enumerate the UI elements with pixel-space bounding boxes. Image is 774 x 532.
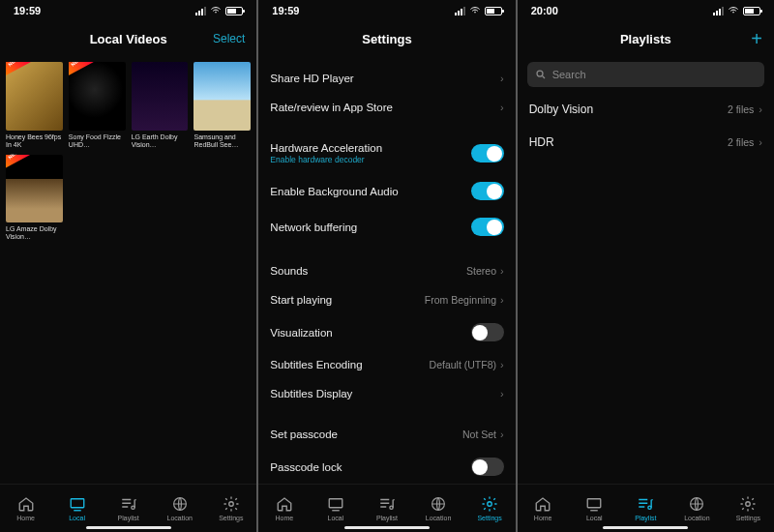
new-badge-icon bbox=[6, 155, 31, 168]
settings-row[interactable]: Start playingFrom Beginning› bbox=[258, 285, 515, 314]
settings-row[interactable]: Set passcodeNot Set› bbox=[258, 420, 515, 449]
tab-label: Location bbox=[426, 515, 451, 521]
tab-location[interactable]: Location bbox=[417, 495, 460, 521]
toggle-switch[interactable] bbox=[471, 144, 504, 163]
battery-icon bbox=[743, 7, 760, 15]
tab-bar: HomeLocalPlaylistLocationSettings bbox=[518, 484, 774, 532]
video-title: LG Earth Dolby Vision… bbox=[132, 133, 189, 149]
chevron-right-icon: › bbox=[500, 294, 504, 306]
video-title: Honey Bees 96fps In 4K bbox=[6, 133, 63, 149]
settings-row[interactable]: Network buffering bbox=[258, 209, 515, 245]
video-thumbnail bbox=[6, 155, 63, 223]
chevron-right-icon: › bbox=[759, 103, 762, 115]
settings-group: Set passcodeNot Set›Passcode lock bbox=[258, 420, 515, 484]
chevron-right-icon: › bbox=[500, 102, 504, 113]
settings-row[interactable]: Rate/review in App Store› bbox=[258, 93, 515, 122]
status-bar: 19:59 bbox=[0, 0, 256, 21]
video-title: LG Amaze Dolby Vision… bbox=[6, 225, 63, 241]
row-label: Share HD Player bbox=[270, 73, 353, 84]
video-item[interactable]: Samsung and RedBull See… bbox=[194, 62, 251, 149]
battery-icon bbox=[485, 7, 502, 15]
home-indicator[interactable] bbox=[603, 526, 688, 530]
tab-label: Location bbox=[684, 515, 709, 521]
video-thumbnail bbox=[194, 62, 251, 131]
tab-home[interactable]: Home bbox=[5, 495, 47, 521]
settings-row[interactable]: Hardware AccelerationEnable hardware dec… bbox=[258, 133, 515, 173]
tab-local[interactable]: Local bbox=[56, 495, 99, 521]
svg-point-8 bbox=[537, 71, 543, 76]
row-value: Stereo› bbox=[466, 265, 504, 277]
screen-playlists: 20:00 Playlists + Search Dolby Vision2 f… bbox=[518, 0, 774, 532]
video-thumbnail bbox=[132, 62, 189, 131]
settings-list[interactable]: Share HD Player›Rate/review in App Store… bbox=[258, 56, 515, 484]
playlist-name: Dolby Vision bbox=[529, 103, 593, 116]
playlist-file-count: 2 files bbox=[728, 136, 754, 148]
screen-settings: 19:59 Settings Share HD Player›Rate/revi… bbox=[258, 0, 515, 532]
status-bar: 19:59 bbox=[258, 0, 515, 21]
row-label: Enable Background Audio bbox=[270, 186, 398, 197]
playlist-row[interactable]: Dolby Vision2 files› bbox=[518, 93, 774, 126]
toggle-switch[interactable] bbox=[471, 218, 504, 236]
settings-row[interactable]: Share HD Player› bbox=[258, 64, 515, 93]
page-title: Local Videos bbox=[90, 32, 167, 46]
toggle-switch[interactable] bbox=[471, 458, 504, 476]
tab-local[interactable]: Local bbox=[314, 495, 357, 521]
page-title: Playlists bbox=[620, 32, 671, 46]
tab-playlist[interactable]: Playlist bbox=[107, 495, 150, 521]
tab-location[interactable]: Location bbox=[675, 495, 718, 521]
search-icon bbox=[535, 69, 547, 80]
settings-row[interactable]: Subtitles EncodingDefault (UTF8)› bbox=[258, 350, 515, 379]
settings-row[interactable]: Subtitles Display› bbox=[258, 379, 515, 408]
tab-settings[interactable]: Settings bbox=[468, 495, 511, 521]
tab-local[interactable]: Local bbox=[573, 495, 615, 521]
status-indicators bbox=[195, 5, 243, 16]
select-button[interactable]: Select bbox=[213, 21, 245, 56]
tab-label: Local bbox=[328, 515, 344, 521]
video-item[interactable]: Sony Food Fizzle UHD… bbox=[69, 62, 126, 149]
svg-rect-0 bbox=[71, 499, 84, 508]
new-badge-icon bbox=[6, 62, 31, 75]
signal-icon bbox=[455, 7, 465, 15]
tab-label: Home bbox=[16, 515, 35, 521]
tab-settings[interactable]: Settings bbox=[727, 495, 769, 521]
status-time: 19:59 bbox=[272, 5, 299, 16]
row-label: Visualization bbox=[270, 327, 332, 339]
status-indicators bbox=[455, 5, 502, 16]
tab-label: Home bbox=[276, 515, 294, 521]
video-item[interactable]: Honey Bees 96fps In 4K bbox=[6, 62, 63, 149]
video-title: Sony Food Fizzle UHD… bbox=[69, 133, 126, 149]
settings-row[interactable]: SoundsStereo› bbox=[258, 256, 515, 285]
settings-row[interactable]: Visualization bbox=[258, 314, 515, 350]
settings-row[interactable]: Enable Background Audio bbox=[258, 173, 515, 209]
toggle-switch[interactable] bbox=[471, 182, 504, 200]
tab-bar: HomeLocalPlaylistLocationSettings bbox=[258, 484, 515, 532]
page-title: Settings bbox=[362, 32, 411, 46]
settings-row[interactable]: Passcode lock bbox=[258, 449, 515, 484]
row-label: Rate/review in App Store bbox=[270, 102, 393, 113]
tab-label: Settings bbox=[736, 515, 760, 521]
chevron-right-icon: › bbox=[500, 265, 504, 277]
signal-icon bbox=[195, 7, 206, 15]
add-playlist-button[interactable]: + bbox=[751, 21, 762, 56]
tab-home[interactable]: Home bbox=[263, 495, 306, 521]
tab-label: Playlist bbox=[635, 515, 656, 521]
tab-home[interactable]: Home bbox=[521, 495, 564, 521]
video-item[interactable]: LG Amaze Dolby Vision… bbox=[6, 155, 63, 242]
tab-label: Settings bbox=[477, 515, 501, 521]
tab-location[interactable]: Location bbox=[159, 495, 201, 521]
video-grid: Honey Bees 96fps In 4KSony Food Fizzle U… bbox=[0, 56, 256, 247]
row-label: Subtitles Encoding bbox=[270, 359, 362, 370]
tab-label: Location bbox=[166, 515, 192, 521]
playlist-row[interactable]: HDR2 files› bbox=[518, 126, 774, 159]
toggle-switch[interactable] bbox=[471, 323, 504, 341]
video-item[interactable]: LG Earth Dolby Vision… bbox=[132, 62, 189, 149]
tab-playlist[interactable]: Playlist bbox=[366, 495, 408, 521]
home-indicator[interactable] bbox=[344, 526, 430, 530]
search-input[interactable]: Search bbox=[527, 62, 764, 87]
tab-settings[interactable]: Settings bbox=[210, 495, 253, 521]
home-indicator[interactable] bbox=[86, 526, 171, 530]
tab-playlist[interactable]: Playlist bbox=[624, 495, 667, 521]
video-thumbnail bbox=[6, 62, 63, 131]
screen-local-videos: 19:59 Local Videos Select Honey Bees 96f… bbox=[0, 0, 256, 532]
status-time: 20:00 bbox=[531, 5, 558, 16]
